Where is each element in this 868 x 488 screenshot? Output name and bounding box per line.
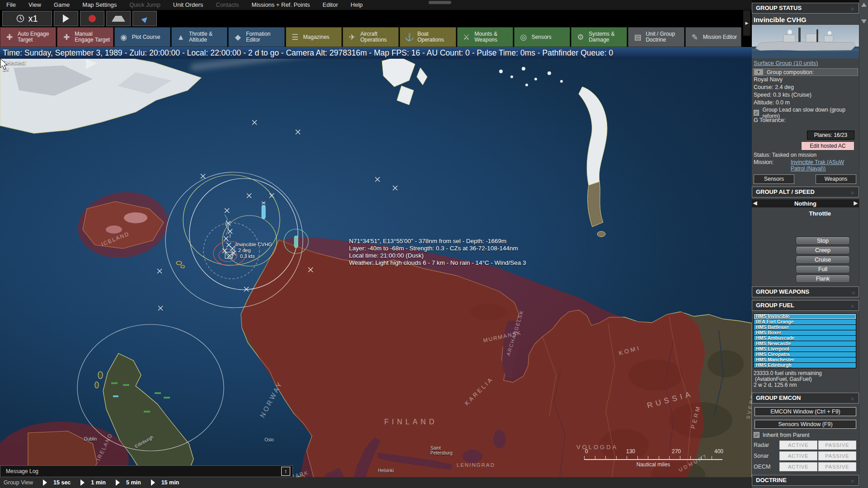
throttle-creep-button[interactable]: Creep (796, 246, 850, 254)
record-button[interactable] (80, 11, 104, 26)
sensors-window-button[interactable]: Sensors Window (F9) (755, 420, 856, 429)
step-arrow-icon[interactable] (80, 479, 85, 486)
step-1min[interactable]: 1 min (91, 479, 106, 486)
step-arrow-icon[interactable] (151, 479, 155, 486)
step-arrow-icon[interactable] (43, 479, 47, 486)
toolbar-plot-course[interactable]: ◉ Plot Course (114, 27, 170, 47)
menu-game[interactable]: Game (47, 0, 76, 10)
mission-status-label: Status: Tasked on mission (752, 152, 859, 159)
throttle-flank-button[interactable]: Flank (796, 275, 850, 283)
collapse-chevron-icon[interactable]: « (848, 479, 858, 483)
menu-unit-orders[interactable]: Unit Orders (167, 0, 209, 10)
step-5min[interactable]: 5 min (126, 479, 141, 486)
radar-emcon-row: Radar ACTIVE PASSIVE (754, 441, 857, 450)
group-fuel-header[interactable]: GROUP FUEL « (752, 300, 859, 311)
menu-map-settings[interactable]: Map Settings (76, 0, 123, 10)
menu-help[interactable]: Help (344, 0, 369, 10)
ship-row[interactable]: HMS Boxer (754, 330, 856, 335)
scroll-up-icon[interactable] (861, 3, 867, 7)
radar-passive-button[interactable]: PASSIVE (818, 441, 856, 450)
ship-row[interactable]: HMS Newcastle (754, 341, 856, 346)
radar-active-button[interactable]: ACTIVE (779, 441, 817, 450)
ship-row[interactable]: HMS Manchester (754, 357, 856, 362)
group-lead-checkbox-row[interactable]: ✓ Group Lead can slow down (group reform… (752, 109, 859, 117)
group-status-header[interactable]: GROUP STATUS « (752, 3, 859, 14)
expand-chevron-icon[interactable]: « (848, 291, 858, 295)
toolbar-mounts-weapons[interactable]: ⚔ Mounts & Weapons (457, 27, 513, 47)
toolbar-unit-group-doctrine[interactable]: ▤ Unit / Group Doctrine (628, 27, 684, 47)
toolbar-throttle-altitude[interactable]: ▲ Throttle & Altitude (171, 27, 227, 47)
weapons-button[interactable]: Weapons (816, 174, 856, 184)
message-log-bar[interactable]: Message Log ↑ (0, 465, 293, 477)
throttle-full-button[interactable]: Full (796, 265, 850, 273)
sensors-button[interactable]: Sensors (754, 174, 794, 184)
scale-tick-3: 400 (714, 448, 723, 455)
group-view-label[interactable]: Group View (4, 479, 33, 486)
checkbox-checked-icon[interactable]: ✓ (754, 110, 759, 116)
surface-group-link[interactable]: Surface Group (10 units) (752, 58, 859, 67)
selector-left-arrow-icon[interactable]: ◀ (753, 200, 757, 206)
camera-button[interactable] (106, 11, 131, 26)
collapse-chevron-icon[interactable]: « (848, 7, 858, 11)
toolbar-magazines[interactable]: ☰ Magazines (286, 27, 342, 47)
menu-file[interactable]: File (0, 0, 22, 10)
sonar-active-button[interactable]: ACTIVE (779, 451, 817, 460)
ship-row[interactable]: RFA Fort Grange (754, 319, 856, 324)
fuel-endurance-line: 2 w 2 d, 125.6 nm (752, 382, 859, 388)
ship-row[interactable]: HMS Battleaxe (754, 325, 856, 330)
step-15sec[interactable]: 15 sec (53, 479, 71, 486)
toolbar-mission-editor[interactable]: ✎ Mission Editor (685, 27, 741, 47)
emcon-window-button[interactable]: EMCON Window (Ctrl + F9) (755, 407, 856, 416)
menu-view[interactable]: View (22, 0, 47, 10)
dropdown-arrow-icon[interactable]: ▼ (754, 69, 763, 75)
message-log-expand-button[interactable]: ↑ (281, 467, 290, 476)
toolbar-aircraft-operations[interactable]: ✈ Aircraft Operations (343, 27, 399, 47)
edit-hosted-ac-button[interactable]: Edit hosted AC (801, 141, 854, 150)
oecm-passive-button[interactable]: PASSIVE (818, 462, 856, 471)
time-speed-button[interactable]: x1 (2, 11, 52, 26)
checkbox-checked-icon[interactable]: ✓ (754, 432, 760, 438)
planes-button[interactable]: Planes: 16/23 (807, 131, 854, 140)
scroll-down-icon[interactable] (861, 19, 867, 23)
menu-missions-ref-points[interactable]: Missions + Ref. Points (245, 0, 316, 10)
group-weapons-header[interactable]: GROUP WEAPONS « (752, 286, 859, 297)
menu-quick-jump: Quick Jump (123, 0, 167, 10)
ship-row[interactable]: HMS Cleopatra (754, 352, 856, 357)
bookmark-button[interactable]: ▶ (132, 11, 157, 26)
ship-row[interactable]: HMS Edinburgh (754, 363, 856, 368)
throttle-stop-button[interactable]: Stop (796, 237, 850, 245)
toolbar-formation-editor[interactable]: ◆ Formation Editor (228, 27, 284, 47)
group-unit-name: Invincible CVHG (752, 14, 859, 25)
ship-row[interactable]: HMS Invincible (754, 314, 856, 319)
step-15min[interactable]: 15 min (161, 479, 179, 486)
ship-row[interactable]: HMS Ambuscade (754, 336, 856, 341)
oecm-active-button[interactable]: ACTIVE (779, 462, 817, 471)
collapse-chevron-icon[interactable]: « (848, 191, 858, 195)
tactical-map[interactable]: Selected: 1x NORWAY FINLAND RUSSIA KAREL… (0, 59, 752, 488)
sidebar-expander[interactable]: ▶ (743, 10, 751, 36)
ship-row[interactable]: HMS Liverpool (754, 347, 856, 352)
group-alt-speed-header[interactable]: GROUP ALT / SPEED « (752, 187, 859, 197)
toolbar-auto-engage-target[interactable]: ✚ Auto Engage Target (0, 27, 56, 47)
sidebar-scrollbar[interactable] (859, 0, 868, 488)
group-emcon-header[interactable]: GROUP EMCON « (752, 393, 859, 404)
doctrine-header[interactable]: DOCTRINE « (752, 475, 859, 486)
toolbar-manual-engage-target[interactable]: ✚ Manual Engage Target (57, 27, 113, 47)
menu-editor[interactable]: Editor (316, 0, 344, 10)
toolbar-sensors[interactable]: ◎ Sensors (514, 27, 570, 47)
unit-speed: 0.3 kts (240, 253, 272, 259)
collapse-chevron-icon[interactable]: « (848, 305, 858, 308)
selector-right-arrow-icon[interactable]: ▶ (854, 200, 858, 206)
play-button[interactable] (54, 11, 78, 26)
inherit-from-parent-row[interactable]: ✓ Inherit from Parent (752, 431, 859, 439)
group-composition-dropdown[interactable]: ▼ Group composition: (753, 68, 858, 76)
toolbar-boat-operations[interactable]: ⚓ Boat Operations (400, 27, 456, 47)
aircraft-icon: ✈ (348, 34, 357, 40)
toolbar-systems-damage[interactable]: ⚙ Systems & Damage (571, 27, 627, 47)
altitude-selector[interactable]: ◀ Nothing ▶ (752, 199, 859, 207)
mission-link[interactable]: Invincible Trak (ASuW Patrol (Naval)) (791, 159, 859, 172)
collapse-chevron-icon[interactable]: « (848, 397, 858, 401)
sonar-passive-button[interactable]: PASSIVE (818, 451, 856, 460)
step-arrow-icon[interactable] (116, 479, 120, 486)
throttle-cruise-button[interactable]: Cruise (796, 256, 850, 264)
